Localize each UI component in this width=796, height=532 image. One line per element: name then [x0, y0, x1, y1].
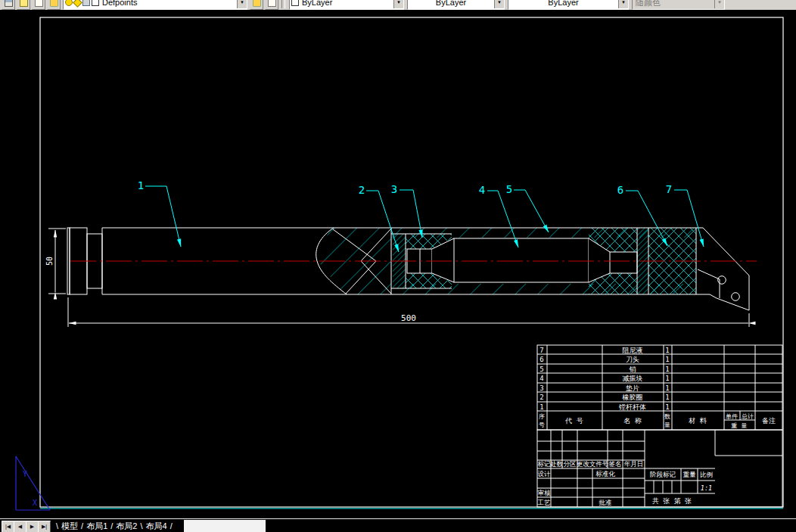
tb-scale: 比例 — [700, 471, 713, 478]
bom-header-total: 总计 — [741, 413, 754, 420]
tab-separator: \ — [53, 521, 61, 530]
layer-freeze-icon[interactable] — [73, 0, 82, 7]
tb-scale-value: 1:1 — [701, 484, 712, 492]
paper-space-view: 500 50 1 2 3 4 5 6 7 — [0, 10, 796, 519]
tb-process: 工艺 — [537, 499, 552, 506]
bom-name: 垫片 — [626, 384, 639, 392]
tab-layout1[interactable]: 布局1 — [86, 521, 107, 530]
callout-7: 7 — [666, 183, 672, 195]
tab-nav-next-icon[interactable]: ▶ — [26, 521, 39, 532]
title-block — [537, 430, 782, 507]
ucs-icon: Y X — [16, 456, 50, 510]
tab-layout2[interactable]: 布局2 — [116, 521, 137, 530]
callout-1: 1 — [138, 179, 144, 191]
tb-signature: 签名 — [609, 460, 622, 468]
layer-on-icon[interactable] — [65, 0, 73, 6]
layer-tools-icon[interactable] — [32, 0, 45, 10]
callout-3: 3 — [391, 183, 397, 195]
callout-2: 2 — [359, 184, 365, 196]
bom-seq: 3 — [539, 384, 543, 392]
tab-separator: / — [78, 521, 86, 530]
tab-model[interactable]: 模型 — [61, 521, 78, 530]
bom-header-material: 材 料 — [688, 417, 706, 425]
tb-count: 处数 — [550, 460, 564, 468]
color-swatch — [291, 0, 299, 6]
bom-name: 销 — [630, 366, 636, 373]
bom-header-seq: 号 — [539, 422, 545, 428]
color-combo-arrow-icon[interactable]: ▼ — [393, 0, 403, 8]
bom-header-remarks: 备注 — [762, 417, 776, 425]
layer-combo[interactable]: Defpoints ▼ — [63, 0, 247, 10]
layer-manager-icon[interactable] — [47, 0, 61, 10]
linetype-combo[interactable]: ByLayer ▼ — [407, 0, 505, 10]
tb-change-file: 更改文件号 — [577, 460, 609, 468]
callout-labels: 1 2 3 4 5 6 7 — [138, 179, 672, 196]
tb-mark: 标记 — [538, 460, 552, 468]
bom-seq: 1 — [539, 403, 543, 411]
bom-header-weight: 重 量 — [731, 422, 748, 429]
layer-combo-value: Defpoints — [99, 0, 237, 7]
bom-seq: 4 — [539, 375, 543, 382]
tb-review: 审核 — [538, 489, 552, 496]
callout-6: 6 — [617, 184, 623, 196]
bom-name: 刀头 — [626, 356, 639, 363]
bom-seq: 7 — [539, 347, 543, 354]
plotstyle-combo: 随颜色 ▼ — [632, 0, 725, 10]
bom-name: 阻尼液 — [623, 347, 643, 354]
tab-layout4[interactable]: 布局4 — [146, 521, 167, 530]
ucs-y-label: Y — [23, 470, 27, 478]
tab-nav-prev-icon[interactable]: ◀ — [14, 521, 26, 532]
bom-header-qty: 数 — [664, 413, 670, 420]
toolbar-separator — [281, 0, 285, 8]
callout-5: 5 — [506, 183, 512, 195]
bom-qty: 1 — [665, 375, 669, 382]
bom-qty: 1 — [665, 403, 669, 411]
tb-standardization: 标准化 — [595, 470, 615, 478]
dimension-500: 500 — [68, 297, 749, 327]
bom-header-seq: 序 — [539, 413, 545, 420]
lineweight-combo[interactable]: ByLayer ▼ — [508, 0, 629, 10]
tab-separator: \ — [137, 521, 145, 530]
layer-properties-icon[interactable] — [2, 0, 15, 10]
bom-seq: 6 — [539, 356, 543, 363]
plotstyle-combo-value: 随颜色 — [633, 0, 714, 8]
tb-stage-mark: 阶段标记 — [650, 471, 676, 478]
bom-qty: 1 — [665, 347, 669, 354]
bom-name: 镗杆杆体 — [618, 403, 646, 411]
tab-nav-last-icon[interactable]: ▶| — [38, 521, 51, 532]
tb-zone: 分区 — [564, 460, 577, 468]
layout-tab-bar: |◀ ◀ ▶ ▶| \模型/布局1/布局2\布局4/ — [0, 518, 796, 532]
tab-separator: / — [107, 521, 116, 530]
horizontal-scrollbar[interactable] — [184, 520, 266, 532]
bom-qty: 1 — [665, 394, 669, 401]
make-object-layer-current-icon[interactable] — [250, 0, 263, 10]
color-combo[interactable]: ByLayer ▼ — [289, 0, 404, 10]
dimension-50-text: 50 — [45, 257, 54, 266]
title-block-text: 标记 处数 分区 更改文件号 签名 年月日 设计 标准化 审核 工艺 批准 阶段… — [537, 460, 714, 506]
tb-date: 年月日 — [624, 460, 644, 468]
layer-previous-icon[interactable] — [265, 0, 278, 10]
bom-header-qty: 量 — [664, 422, 670, 428]
layer-states-icon[interactable] — [17, 0, 30, 10]
linetype-combo-arrow-icon[interactable]: ▼ — [494, 0, 504, 8]
color-combo-value: ByLayer — [299, 0, 393, 7]
drawing-canvas[interactable]: 500 50 1 2 3 4 5 6 7 — [0, 10, 796, 519]
layer-combo-arrow-icon[interactable]: ▼ — [237, 0, 247, 8]
tb-design: 设计 — [538, 470, 552, 478]
tb-approve: 批准 — [599, 499, 613, 506]
tab-separator: / — [167, 521, 176, 530]
bom-qty: 1 — [665, 366, 669, 373]
ucs-x-label: X — [33, 499, 37, 507]
plotstyle-combo-arrow-icon: ▼ — [714, 0, 724, 8]
bom-qty: 1 — [665, 356, 669, 363]
layer-plot-icon[interactable] — [82, 0, 90, 6]
bom-seq: 5 — [539, 366, 543, 373]
lineweight-combo-arrow-icon[interactable]: ▼ — [618, 0, 628, 8]
lineweight-combo-value: ByLayer — [508, 0, 618, 7]
bom-name: 减振块 — [623, 375, 643, 382]
tb-sheet-note: 共 张 第 张 — [652, 497, 692, 505]
bom-name: 橡胶圈 — [622, 394, 643, 401]
bom-qty: 1 — [665, 384, 669, 392]
bom-seq: 2 — [539, 394, 543, 401]
tab-nav-first-icon[interactable]: |◀ — [2, 521, 14, 532]
